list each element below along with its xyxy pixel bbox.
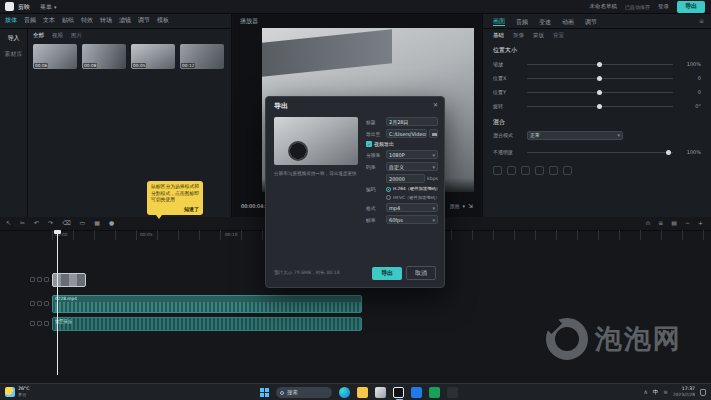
video-export-checkbox[interactable]: ✓ xyxy=(366,141,372,147)
blend-mode-dropdown[interactable]: 正常 ▾ xyxy=(527,131,623,140)
fullscreen-icon[interactable]: ⇲ xyxy=(468,202,473,209)
menu-button[interactable]: 菜单 xyxy=(40,3,52,10)
lock-icon[interactable] xyxy=(30,321,35,326)
ime-indicator[interactable]: 中 xyxy=(653,389,659,396)
preset-button[interactable] xyxy=(549,166,558,175)
mute-icon[interactable] xyxy=(37,277,42,282)
hide-icon[interactable] xyxy=(44,301,49,306)
tab-text[interactable]: 文本 xyxy=(43,16,55,23)
timeline-clip-video[interactable]: 0228.mp4 xyxy=(52,295,362,313)
tab-audio-props[interactable]: 音频 xyxy=(516,18,528,25)
mirror-icon[interactable]: ▭ xyxy=(80,219,86,226)
edge-icon[interactable] xyxy=(339,387,350,398)
tab-adjustment[interactable]: 调节 xyxy=(585,18,597,25)
preview-axis-icon[interactable]: ▤ xyxy=(671,219,677,226)
slider-knob[interactable] xyxy=(666,150,671,155)
position-y-slider[interactable] xyxy=(527,92,673,93)
codec-radio-hevc[interactable] xyxy=(386,195,391,200)
photos-icon[interactable] xyxy=(375,387,386,398)
bitrate-custom-field[interactable]: 20000 xyxy=(386,174,425,183)
music-icon[interactable] xyxy=(429,387,440,398)
tab-media[interactable]: 媒体 xyxy=(5,16,17,23)
select-tool-icon[interactable]: ↖ xyxy=(6,219,11,226)
media-clip-thumb[interactable]: 00:12 xyxy=(180,44,224,69)
mute-icon[interactable] xyxy=(37,301,42,306)
filter-image[interactable]: 图片 xyxy=(71,32,82,39)
slider-knob[interactable] xyxy=(597,104,602,109)
tooltip-confirm-button[interactable]: 知道了 xyxy=(151,206,199,212)
hide-icon[interactable] xyxy=(44,277,49,282)
tab-filter[interactable]: 滤镜 xyxy=(119,16,131,23)
search-box[interactable]: 搜索 xyxy=(276,387,332,398)
tab-picture[interactable]: 画面 xyxy=(493,17,505,26)
export-confirm-button[interactable]: 导出 xyxy=(372,267,402,280)
opacity-slider[interactable] xyxy=(527,152,673,153)
lock-icon[interactable] xyxy=(30,277,35,282)
settings-icon[interactable] xyxy=(447,387,458,398)
timeline-clip-audio[interactable]: 背景音乐 xyxy=(52,317,362,331)
zoom-in-icon[interactable]: + xyxy=(698,219,703,226)
media-clip-thumb[interactable]: 00:05 xyxy=(131,44,175,69)
export-cancel-button[interactable]: 取消 xyxy=(406,266,436,280)
delete-icon[interactable]: ⌫ xyxy=(62,219,70,226)
tab-speed[interactable]: 变速 xyxy=(539,18,551,25)
record-icon[interactable]: ● xyxy=(109,219,114,226)
subtab-basic[interactable]: 基础 xyxy=(493,32,504,39)
redo-icon[interactable]: ↷ xyxy=(48,219,53,226)
folder-icon[interactable] xyxy=(357,387,368,398)
preset-button[interactable] xyxy=(521,166,530,175)
bitrate-dropdown[interactable]: 自定义 ▾ xyxy=(386,162,438,171)
format-dropdown[interactable]: mp4 ▾ xyxy=(386,203,438,212)
preset-button[interactable] xyxy=(535,166,544,175)
tab-sticker[interactable]: 贴纸 xyxy=(62,16,74,23)
preset-button[interactable] xyxy=(563,166,572,175)
path-field[interactable]: C:/Users/Videos xyxy=(386,129,427,138)
tray-chevron-up-icon[interactable]: ∧ xyxy=(643,388,647,395)
media-clip-thumb[interactable]: 00:06 xyxy=(33,44,77,69)
subtab-cutout[interactable]: 抠像 xyxy=(513,32,524,39)
titlebar-export-button[interactable]: 导出 xyxy=(677,1,705,13)
filter-video[interactable]: 视频 xyxy=(52,32,63,39)
network-icon[interactable]: ≋ xyxy=(663,389,668,396)
fps-dropdown[interactable]: 60fps ▾ xyxy=(386,215,438,224)
magnet-icon[interactable]: ∩ xyxy=(646,219,650,226)
subtab-mask[interactable]: 蒙版 xyxy=(533,32,544,39)
slider-knob[interactable] xyxy=(597,76,602,81)
tab-effect[interactable]: 特效 xyxy=(81,16,93,23)
login-button[interactable]: 登录 xyxy=(658,3,669,10)
crop-icon[interactable]: ▦ xyxy=(94,219,100,226)
quality-selector[interactable]: 原画 xyxy=(449,203,459,209)
subnav-import[interactable]: 导入 xyxy=(0,34,27,41)
undo-icon[interactable]: ↶ xyxy=(34,219,39,226)
folder-icon[interactable] xyxy=(429,129,438,138)
scale-slider[interactable] xyxy=(527,64,673,65)
slider-knob[interactable] xyxy=(597,62,602,67)
hide-icon[interactable] xyxy=(44,321,49,326)
lock-icon[interactable] xyxy=(30,301,35,306)
capcut-icon[interactable] xyxy=(393,387,404,398)
preset-button[interactable] xyxy=(507,166,516,175)
filter-all[interactable]: 全部 xyxy=(33,32,44,39)
media-clip-thumb[interactable]: 00:08 xyxy=(82,44,126,69)
tab-template[interactable]: 模板 xyxy=(157,16,169,23)
close-icon[interactable]: ✕ xyxy=(433,101,438,108)
rotate-slider[interactable] xyxy=(527,106,673,107)
playhead-line[interactable] xyxy=(57,230,58,375)
split-tool-icon[interactable]: ✂ xyxy=(20,219,25,226)
slider-knob[interactable] xyxy=(597,90,602,95)
tab-transition[interactable]: 转场 xyxy=(100,16,112,23)
codec-radio-h264[interactable] xyxy=(386,187,391,192)
subtab-background[interactable]: 背景 xyxy=(553,32,564,39)
subnav-library[interactable]: 素材库 xyxy=(0,50,27,57)
resolution-dropdown[interactable]: 1080P ▾ xyxy=(386,150,438,159)
tab-audio[interactable]: 音频 xyxy=(24,16,36,23)
tab-animation[interactable]: 动画 xyxy=(562,18,574,25)
preset-button[interactable] xyxy=(493,166,502,175)
store-icon[interactable] xyxy=(411,387,422,398)
start-button[interactable] xyxy=(260,388,269,397)
notification-icon[interactable] xyxy=(700,389,706,396)
collapse-panel-icon[interactable]: ≡ xyxy=(699,17,704,24)
tab-adjust[interactable]: 调节 xyxy=(138,16,150,23)
weather-widget[interactable]: 26°C 多云 xyxy=(5,386,29,397)
name-field[interactable]: 2月28日 xyxy=(386,117,438,126)
